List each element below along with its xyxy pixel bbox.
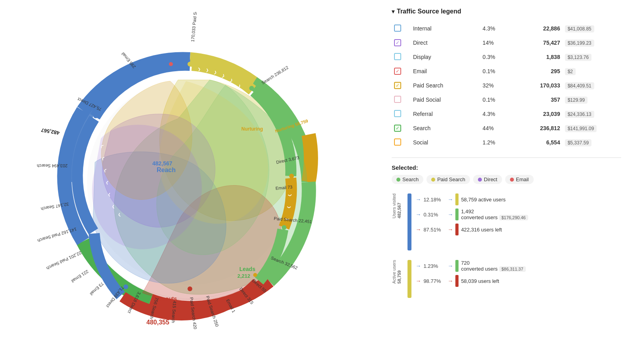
chord-diagram-panel: ❯ ❯ ❯ ❯ ❯ ❯ ❯ ❯ ❯ ❯ ❯ ❯ ❯ ❯ ❯ ❯ ❯ 482,56… (0, 0, 380, 364)
legend-row[interactable]: ✓ Search 44% 236,812 $141,991.09 (392, 121, 621, 135)
flow-item: → 98.77% → 58,039 users left (415, 275, 621, 287)
flow-item: → 1.23% → 720converted users $86,311.37 (415, 260, 621, 272)
svg-text:❯: ❯ (287, 206, 291, 209)
flow-arrow-right: → (447, 278, 453, 284)
svg-text:2,212: 2,212 (237, 273, 250, 279)
flow-items: → 1.23% → 720converted users $86,311.37 … (415, 260, 621, 287)
result-bar (455, 209, 459, 220)
result-bar (455, 224, 459, 235)
legend-pct: 4.3% (480, 107, 512, 121)
flow-bar (407, 193, 411, 250)
selected-tag[interactable]: Search (392, 175, 423, 184)
legend-checkbox-cell[interactable] (392, 50, 411, 64)
svg-point-24 (188, 286, 192, 291)
legend-checkbox-cell[interactable] (392, 135, 411, 150)
legend-row[interactable]: ✓ Direct 14% 75,427 $36,199.23 (392, 36, 621, 50)
svg-text:480,355: 480,355 (146, 319, 169, 326)
legend-checkbox-cell[interactable] (392, 107, 411, 121)
legend-table: Internal 4.3% 22,886 $41,008.85 ✓ Direct… (392, 21, 621, 150)
legend-header: ▾ Traffic Source legend (392, 8, 621, 15)
legend-checkbox-cell[interactable] (392, 21, 411, 36)
flow-arrow-left: → (415, 211, 421, 218)
svg-text:❯: ❯ (206, 68, 209, 73)
svg-text:Leads: Leads (239, 266, 256, 272)
flow-item: → 87.51% → 422,316 users left (415, 224, 621, 235)
legend-pct: 0.1% (480, 64, 512, 78)
legend-count: 6,554 (512, 135, 563, 150)
legend-count: 1,838 (512, 50, 563, 64)
legend-row[interactable]: Social 1.2% 6,554 $5,337.59 (392, 135, 621, 150)
money-tag: $176,290.46 (499, 215, 528, 220)
legend-row[interactable]: Referral 4.3% 23,039 $24,336.13 (392, 107, 621, 121)
legend-row[interactable]: ✓ Email 0.1% 295 $2 (392, 64, 621, 78)
legend-count: 23,039 (512, 107, 563, 121)
flow-row: Users visited482,567 → 12.18% → 58,759 a… (392, 193, 621, 250)
legend-row[interactable]: Internal 4.3% 22,886 $41,008.85 (392, 21, 621, 36)
legend-money: $41,008.85 (563, 21, 621, 36)
legend-pct: 4.3% (480, 21, 512, 36)
legend-count: 75,427 (512, 36, 563, 50)
svg-text:❯: ❯ (108, 193, 111, 197)
svg-text:482,567: 482,567 (41, 127, 60, 136)
tag-label: Paid Search (437, 176, 465, 182)
legend-checkbox-cell[interactable]: ✓ (392, 36, 411, 50)
legend-count: 22,886 (512, 21, 563, 36)
svg-text:170,033 Paid Search: 170,033 Paid Search (190, 12, 199, 42)
legend-money: $2 (563, 64, 621, 78)
legend-row[interactable]: ✓ Paid Search 32% 170,033 $84,409.51 (392, 78, 621, 93)
result-bar (455, 275, 459, 287)
flow-pct: 0.31% (423, 212, 445, 218)
svg-text:❯: ❯ (112, 205, 115, 209)
tag-label: Search (402, 176, 419, 182)
legend-name: Paid Social (411, 93, 480, 107)
legend-pct: 44% (480, 121, 512, 135)
legend-pct: 32% (480, 78, 512, 93)
svg-text:482,567: 482,567 (152, 160, 172, 167)
result-bar (455, 260, 459, 272)
legend-money: $5,337.59 (563, 135, 621, 150)
svg-point-27 (169, 62, 173, 66)
svg-text:❯: ❯ (197, 67, 201, 72)
flow-arrow-left: → (415, 226, 421, 233)
legend-money: $36,199.23 (563, 36, 621, 50)
flow-item: → 12.18% → 58,759 active users (415, 193, 621, 205)
flow-pct: 12.18% (423, 197, 445, 203)
legend-checkbox-cell[interactable]: ✓ (392, 121, 411, 135)
flow-section: Active users58,759 → 1.23% → 720converte… (392, 260, 621, 298)
flow-sections: Users visited482,567 → 12.18% → 58,759 a… (392, 193, 621, 298)
legend-money: $3,123.76 (563, 50, 621, 64)
svg-text:221 Email: 221 Email (70, 269, 89, 284)
result-text: 1,492converted users $176,290.46 (461, 209, 528, 220)
selected-tag[interactable]: Direct (473, 175, 502, 184)
legend-checkbox-cell[interactable]: ✓ (392, 64, 411, 78)
chord-svg: ❯ ❯ ❯ ❯ ❯ ❯ ❯ ❯ ❯ ❯ ❯ ❯ ❯ ❯ ❯ ❯ ❯ 482,56… (32, 12, 348, 352)
svg-point-26 (93, 114, 98, 118)
svg-text:73 Email: 73 Email (89, 281, 104, 296)
selected-tag[interactable]: Paid Search (426, 175, 470, 184)
selected-label: Selected: (392, 164, 621, 171)
flow-pct: 1.23% (423, 263, 445, 269)
legend-pct: 1.2% (480, 135, 512, 150)
svg-text:Search 236,812: Search 236,812 (261, 65, 289, 85)
legend-row[interactable]: Paid Social 0.1% 357 $129.99 (392, 93, 621, 107)
legend-checkbox-cell[interactable]: ✓ (392, 78, 411, 93)
legend-pct: 0.3% (480, 50, 512, 64)
svg-point-20 (249, 86, 254, 91)
legend-pct: 14% (480, 36, 512, 50)
result-text: 422,316 users left (461, 227, 502, 233)
selected-tag[interactable]: Email (505, 175, 534, 184)
flow-result: 58,759 active users (455, 193, 506, 205)
legend-name: Display (411, 50, 480, 64)
flow-arrow-right: → (447, 211, 453, 218)
legend-collapse-icon[interactable]: ▾ (392, 8, 394, 15)
legend-name: Referral (411, 107, 480, 121)
legend-row[interactable]: Display 0.3% 1,838 $3,123.76 (392, 50, 621, 64)
legend-title: Traffic Source legend (397, 8, 461, 15)
flow-result: 1,492converted users $176,290.46 (455, 209, 528, 220)
flow-arrow-left: → (415, 278, 421, 284)
flow-side-label: Active users58,759 (392, 260, 402, 284)
legend-checkbox-cell[interactable] (392, 93, 411, 107)
svg-point-21 (289, 174, 294, 178)
tag-label: Direct (484, 176, 497, 182)
tag-label: Email (516, 176, 529, 182)
